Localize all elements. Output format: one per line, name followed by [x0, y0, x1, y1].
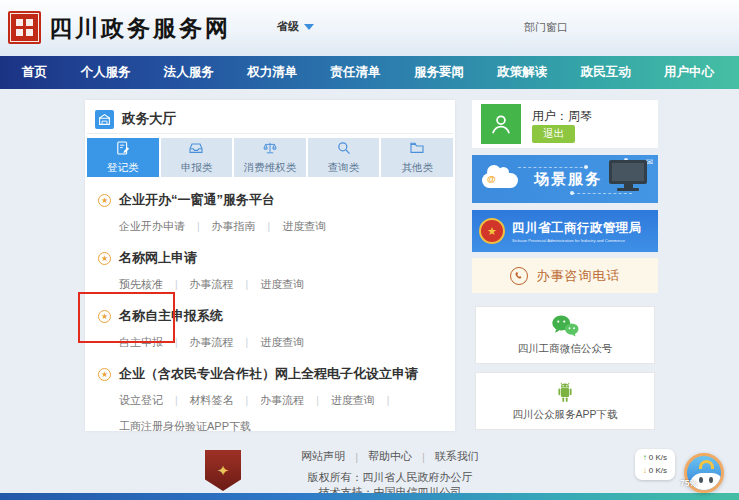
tab-consumer-rights[interactable]: 消费维权类	[234, 138, 306, 177]
dept-window-link[interactable]: 部门窗口	[524, 20, 568, 35]
service-title-text: 名称自主申报系统	[119, 307, 223, 325]
chevron-down-icon	[304, 24, 314, 30]
nav-item[interactable]: 责任清单	[331, 64, 381, 81]
decor-dot	[570, 191, 574, 195]
separator: |	[175, 279, 178, 290]
star-icon: ★	[98, 368, 111, 381]
service-title-text: 企业（含农民专业合作社）网上全程电子化设立申请	[119, 365, 418, 383]
service-link[interactable]: 办事流程	[190, 335, 234, 350]
aic-subtitle: Sichuan Provincial Administration for In…	[512, 238, 584, 241]
bottom-strip	[0, 493, 739, 500]
service-list: ★企业开办“一窗通”服务平台企业开办申请|办事指南|进度查询★名称网上申请预先核…	[85, 177, 455, 434]
tab-label: 登记类	[107, 161, 139, 175]
declaration-icon	[188, 140, 204, 160]
site-header: 四川政务服务网 省级 部门窗口	[0, 0, 739, 56]
nav-item[interactable]: 政民互动	[581, 64, 631, 81]
star-icon: ★	[98, 252, 111, 265]
service-link[interactable]: 办事流程	[260, 393, 304, 408]
nav-item[interactable]: 权力清单	[247, 64, 297, 81]
logout-button[interactable]: 退出	[532, 125, 575, 143]
national-emblem-icon: ★	[479, 218, 505, 244]
service-link[interactable]: 进度查询	[331, 393, 375, 408]
service-link[interactable]: 设立登记	[119, 393, 163, 408]
level-label: 省级	[277, 20, 299, 32]
others-icon	[409, 140, 425, 160]
wechat-card[interactable]: 四川工商微信公众号	[475, 306, 655, 364]
tab-declaration[interactable]: 申报类	[161, 138, 233, 177]
footer-copyright: 版权所有：四川省人民政府办公厅	[308, 470, 473, 485]
service-link[interactable]: 办事指南	[212, 219, 256, 234]
panel-header: 政务大厅	[87, 100, 453, 134]
service-link[interactable]: 工商注册身份验证APP下载	[119, 419, 251, 434]
aic-banner[interactable]: ★ 四川省工商行政管理局 Sichuan Provincial Administ…	[472, 210, 658, 252]
service-link[interactable]: 进度查询	[260, 335, 304, 350]
aic-text: 四川省工商行政管理局 Sichuan Provincial Administra…	[512, 220, 651, 243]
tab-query[interactable]: 查询类	[308, 138, 380, 177]
separator: |	[175, 395, 178, 406]
footer-link[interactable]: 帮助中心	[358, 449, 422, 464]
upload-speed: 0 K/s	[649, 453, 667, 462]
consumer-rights-icon	[262, 140, 278, 160]
service-title-text: 企业开办“一窗通”服务平台	[119, 191, 275, 209]
service-item: ★企业（含农民专业合作社）网上全程电子化设立申请设立登记|材料签名|办事流程|进…	[98, 365, 443, 434]
registration-icon	[115, 140, 131, 160]
service-link[interactable]: 材料签名	[190, 393, 234, 408]
category-tabs: 登记类申报类消费维权类查询类其他类	[85, 134, 455, 177]
mascot-eye	[709, 477, 713, 483]
tab-label: 消费维权类	[244, 161, 297, 175]
tab-label: 其他类	[401, 161, 433, 175]
tab-label: 申报类	[181, 161, 213, 175]
nav-item[interactable]: 服务要闻	[414, 64, 464, 81]
footer-link[interactable]: 网站声明	[291, 449, 355, 464]
service-item: ★企业开办“一窗通”服务平台企业开办申请|办事指南|进度查询	[98, 191, 443, 234]
service-link[interactable]: 进度查询	[260, 277, 304, 292]
service-links: 自主申报|办事流程|进度查询	[119, 335, 443, 350]
service-link[interactable]: 办事流程	[190, 277, 234, 292]
separator: |	[246, 337, 249, 348]
page: 四川政务服务网 省级 部门窗口 首页个人服务法人服务权力清单责任清单服务要闻政策…	[0, 0, 739, 500]
footer-link[interactable]: 联系我们	[425, 449, 489, 464]
nav-item[interactable]: 首页	[22, 64, 47, 81]
service-title[interactable]: ★企业（含农民专业合作社）网上全程电子化设立申请	[98, 365, 443, 383]
upload-speed-row: ↑0 K/s	[643, 452, 667, 464]
service-link[interactable]: 进度查询	[282, 219, 326, 234]
android-icon	[555, 381, 575, 404]
app-download-card[interactable]: 四川公众服务APP下载	[475, 372, 655, 430]
at-icon: @	[487, 174, 496, 184]
service-title[interactable]: ★名称网上申请	[98, 249, 443, 267]
nav-item[interactable]: 个人服务	[80, 64, 130, 81]
service-link[interactable]: 自主申报	[119, 335, 163, 350]
service-item: ★名称网上申请预先核准|办事流程|进度查询	[98, 249, 443, 292]
service-title[interactable]: ★名称自主申报系统	[98, 307, 443, 325]
star-icon: ★	[98, 194, 111, 207]
mascot-percent-label: 75%	[680, 478, 697, 488]
tab-others[interactable]: 其他类	[381, 138, 453, 177]
user-card: 用户：周琴 退出	[472, 100, 658, 148]
service-link[interactable]: 预先核准	[119, 277, 163, 292]
service-hall-panel: 政务大厅 登记类申报类消费维权类查询类其他类 ★企业开办“一窗通”服务平台企业开…	[85, 100, 455, 431]
service-title[interactable]: ★企业开办“一窗通”服务平台	[98, 191, 443, 209]
footer-links: 网站声明|帮助中心|联系我们	[240, 449, 540, 464]
phone-consult-card[interactable]: 办事咨询电话	[472, 258, 658, 293]
separator: |	[268, 221, 271, 232]
cloud-icon: @	[482, 173, 518, 188]
hall-icon	[95, 110, 114, 129]
tab-registration[interactable]: 登记类	[87, 138, 159, 177]
site-title: 四川政务服务网	[49, 13, 231, 44]
separator: |	[175, 337, 178, 348]
nav-item[interactable]: 法人服务	[164, 64, 214, 81]
aic-title: 四川省工商行政管理局	[512, 220, 651, 237]
phone-card-label: 办事咨询电话	[537, 267, 621, 285]
nav-item[interactable]: 用户中心	[664, 64, 714, 81]
level-selector[interactable]: 省级	[277, 19, 314, 34]
wechat-card-label: 四川工商微信公众号	[518, 342, 613, 356]
service-link[interactable]: 企业开办申请	[119, 219, 185, 234]
app-card-label: 四川公众服务APP下载	[512, 408, 617, 422]
monitor-icon	[609, 160, 647, 184]
separator: |	[387, 395, 390, 406]
download-speed-row: ↓0 K/s	[643, 465, 667, 477]
site-logo-seal-icon	[8, 11, 41, 44]
scene-service-banner[interactable]: @ ✉ 场景服务	[472, 155, 658, 203]
star-icon: ★	[98, 310, 111, 323]
nav-item[interactable]: 政策解读	[497, 64, 547, 81]
